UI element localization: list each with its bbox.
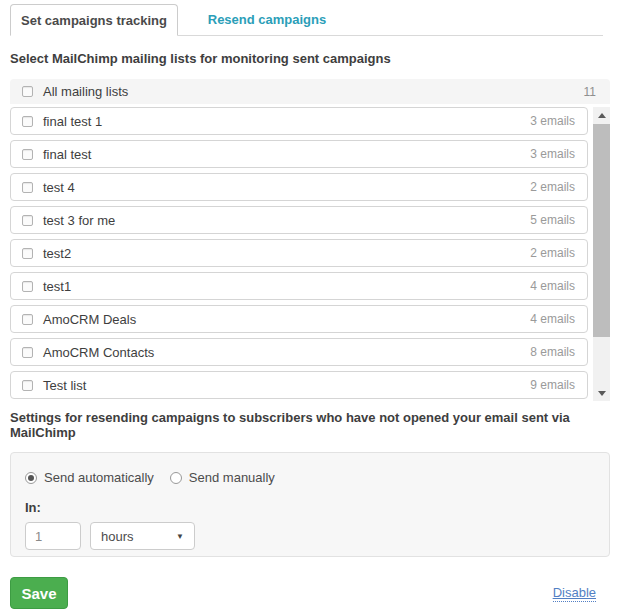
in-label: In: xyxy=(25,500,595,515)
footer: Save Disable xyxy=(10,577,596,609)
mailing-list-row[interactable]: test 4 2 emails xyxy=(10,173,588,201)
delay-controls: hours ▼ xyxy=(25,522,595,550)
send-automatically-label: Send automatically xyxy=(44,470,154,485)
list-row-label: AmoCRM Deals xyxy=(43,312,136,327)
list-row-count: 3 emails xyxy=(530,114,575,128)
mailing-list-row[interactable]: final test 1 3 emails xyxy=(10,107,588,135)
resend-settings-panel: Send automatically Send manually In: hou… xyxy=(10,452,610,557)
list-row-checkbox[interactable] xyxy=(22,314,33,325)
list-row-count: 2 emails xyxy=(530,246,575,260)
list-row-checkbox[interactable] xyxy=(22,116,33,127)
list-scrollbar[interactable] xyxy=(593,107,610,401)
mailing-list-viewport: final test 1 3 emails final test 3 email… xyxy=(10,107,610,401)
list-row-count: 2 emails xyxy=(530,180,575,194)
mailing-list-row[interactable]: final test 3 emails xyxy=(10,140,588,168)
scroll-up-icon xyxy=(598,113,606,118)
list-row-label: test 4 xyxy=(43,180,75,195)
list-row-count: 9 emails xyxy=(530,378,575,392)
list-row-count: 4 emails xyxy=(530,279,575,293)
lists-section-heading: Select MailChimp mailing lists for monit… xyxy=(10,51,633,66)
tab-bar: Set campaigns tracking Resend campaigns xyxy=(10,4,603,36)
mailing-list-row[interactable]: Test list 9 emails xyxy=(10,371,588,399)
scroll-down-button[interactable] xyxy=(593,385,610,401)
tab-resend-campaigns[interactable]: Resend campaigns xyxy=(178,4,356,35)
unit-select-value: hours xyxy=(101,529,134,544)
list-row-checkbox[interactable] xyxy=(22,281,33,292)
delay-value-input[interactable] xyxy=(25,522,81,550)
list-row-label: final test 1 xyxy=(43,114,102,129)
list-row-checkbox[interactable] xyxy=(22,380,33,391)
list-row-count: 4 emails xyxy=(530,312,575,326)
chevron-down-icon: ▼ xyxy=(176,532,184,541)
scroll-down-icon xyxy=(598,391,606,396)
list-row-label: final test xyxy=(43,147,91,162)
list-row-checkbox[interactable] xyxy=(22,182,33,193)
mailing-list-row[interactable]: AmoCRM Deals 4 emails xyxy=(10,305,588,333)
list-row-checkbox[interactable] xyxy=(22,215,33,226)
tab-set-campaigns-tracking[interactable]: Set campaigns tracking xyxy=(10,4,178,36)
send-manually-label: Send manually xyxy=(189,470,275,485)
send-manually-radio[interactable] xyxy=(170,472,182,484)
list-row-label: test2 xyxy=(43,246,71,261)
list-row-count: 5 emails xyxy=(530,213,575,227)
list-row-checkbox[interactable] xyxy=(22,248,33,259)
list-row-label: test1 xyxy=(43,279,71,294)
list-row-label: Test list xyxy=(43,378,86,393)
tab-label: Set campaigns tracking xyxy=(21,13,167,28)
resend-section-heading: Settings for resending campaigns to subs… xyxy=(10,410,633,440)
save-button[interactable]: Save xyxy=(10,577,68,609)
scrollbar-thumb[interactable] xyxy=(593,124,610,337)
list-row-checkbox[interactable] xyxy=(22,347,33,358)
tab-label: Resend campaigns xyxy=(208,12,327,27)
scroll-up-button[interactable] xyxy=(593,107,610,123)
send-mode-options: Send automatically Send manually xyxy=(25,470,595,485)
all-lists-label: All mailing lists xyxy=(43,84,128,99)
disable-link[interactable]: Disable xyxy=(553,585,596,602)
list-row-count: 3 emails xyxy=(530,147,575,161)
mailing-list-rows: final test 1 3 emails final test 3 email… xyxy=(10,107,588,399)
list-row-label: AmoCRM Contacts xyxy=(43,345,154,360)
mailing-list-row[interactable]: test2 2 emails xyxy=(10,239,588,267)
list-row-label: test 3 for me xyxy=(43,213,115,228)
list-row-count: 8 emails xyxy=(530,345,575,359)
all-lists-count: 11 xyxy=(584,85,596,99)
mailing-list-row[interactable]: test1 4 emails xyxy=(10,272,588,300)
select-all-checkbox[interactable] xyxy=(22,86,33,97)
mailing-list-row[interactable]: AmoCRM Contacts 8 emails xyxy=(10,338,588,366)
unit-select[interactable]: hours ▼ xyxy=(90,522,195,550)
all-mailing-lists-header[interactable]: All mailing lists 11 xyxy=(10,79,610,104)
send-automatically-radio[interactable] xyxy=(25,472,37,484)
list-row-checkbox[interactable] xyxy=(22,149,33,160)
mailing-list-row[interactable]: test 3 for me 5 emails xyxy=(10,206,588,234)
